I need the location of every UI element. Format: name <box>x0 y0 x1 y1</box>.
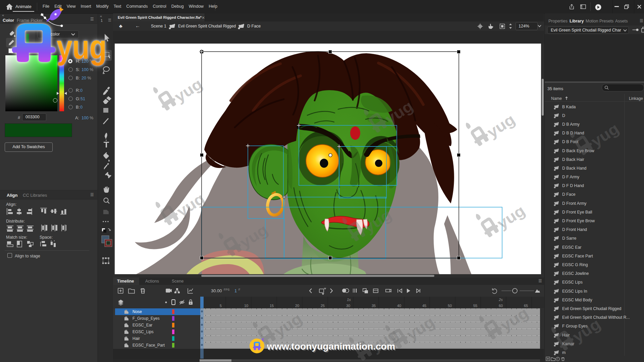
svg-text:D Front Army: D Front Army <box>562 201 587 206</box>
svg-text:60: 60 <box>499 304 503 308</box>
svg-text:F Group Eyes: F Group Eyes <box>562 324 588 328</box>
svg-text:D Back Hand: D Back Hand <box>562 166 587 171</box>
svg-text:EGSC Face Part: EGSC Face Part <box>562 254 593 258</box>
svg-text:2s: 2s <box>498 298 503 302</box>
svg-text:40: 40 <box>397 304 401 308</box>
svg-text:D F Army: D F Army <box>562 175 580 179</box>
svg-text:1: 1 <box>234 288 237 293</box>
svg-text:D Face: D Face <box>562 192 576 197</box>
svg-text:Hair: Hair <box>562 333 570 338</box>
svg-text:30.00: 30.00 <box>211 288 222 293</box>
svg-text:Kamar: Kamar <box>562 342 574 346</box>
svg-text:55: 55 <box>473 304 477 308</box>
svg-text:EGSC Lips: EGSC Lips <box>562 280 583 285</box>
svg-text:50: 50 <box>448 304 452 308</box>
svg-text:EGSC Lips In: EGSC Lips In <box>562 289 587 294</box>
svg-text:5: 5 <box>220 304 222 308</box>
svg-text:FPS: FPS <box>224 288 230 291</box>
svg-text:15: 15 <box>270 304 274 308</box>
svg-text:EGSC Jowline: EGSC Jowline <box>562 271 589 276</box>
svg-text:35: 35 <box>372 304 376 308</box>
svg-text:EGSC Mid Body: EGSC Mid Body <box>562 298 592 302</box>
svg-text:D Sarre: D Sarre <box>562 236 577 241</box>
svg-text:30: 30 <box>346 304 350 308</box>
svg-text:EGSC Ear: EGSC Ear <box>562 245 581 250</box>
svg-text:D B Army: D B Army <box>562 122 580 127</box>
svg-text:Evil Green Spirit Chudail With: Evil Green Spirit Chudail Without R... <box>562 315 630 320</box>
svg-text:D Front Hand: D Front Hand <box>562 227 587 232</box>
svg-text:B Kada: B Kada <box>562 105 576 109</box>
svg-text:D: D <box>562 113 565 118</box>
svg-text:D Front Eye Brow: D Front Eye Brow <box>562 219 595 223</box>
svg-text:D Back Hair: D Back Hair <box>562 157 584 162</box>
svg-text:45: 45 <box>422 304 426 308</box>
svg-text:10: 10 <box>244 304 248 308</box>
svg-text:EGSC G Ring: EGSC G Ring <box>562 262 588 267</box>
svg-text:D B D Hand: D B D Hand <box>562 131 584 135</box>
svg-text:25: 25 <box>321 304 325 308</box>
svg-text:Evil Green Spirit Chudail Rigg: Evil Green Spirit Chudail Rigged <box>562 306 622 311</box>
svg-text:D B Foot: D B Foot <box>562 139 579 144</box>
svg-text:65: 65 <box>524 304 528 308</box>
svg-text:F: F <box>238 288 240 291</box>
svg-text:D Back Eye Brow: D Back Eye Brow <box>562 148 594 153</box>
svg-text:D F D Hand: D F D Hand <box>562 183 584 188</box>
svg-text:D Front Eye Ball: D Front Eye Ball <box>562 210 592 215</box>
svg-text:1s: 1s <box>347 298 351 302</box>
svg-text:m: m <box>562 350 566 355</box>
svg-text:20: 20 <box>295 304 299 308</box>
